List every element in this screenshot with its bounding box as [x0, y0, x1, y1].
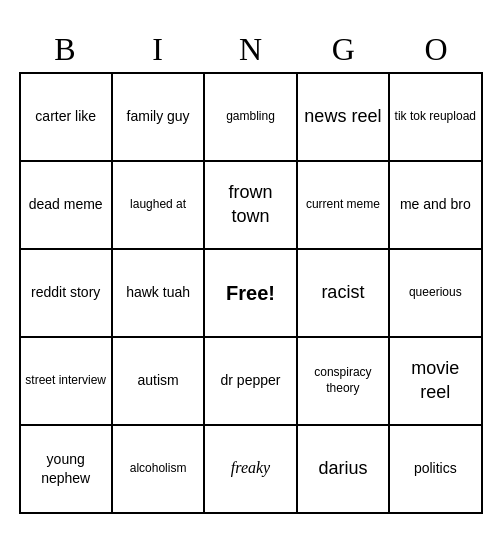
bingo-cell[interactable]: street interview	[21, 338, 113, 426]
letter-i: I	[114, 31, 202, 68]
bingo-cell[interactable]: dead meme	[21, 162, 113, 250]
bingo-cell[interactable]: conspiracy theory	[298, 338, 390, 426]
bingo-cell[interactable]: dr pepper	[205, 338, 297, 426]
bingo-cell[interactable]: reddit story	[21, 250, 113, 338]
bingo-cell[interactable]: me and bro	[390, 162, 482, 250]
letter-b: B	[21, 31, 109, 68]
letter-n: N	[206, 31, 294, 68]
bingo-title: B I N G O	[19, 31, 483, 68]
bingo-board: B I N G O carter likefamily guygamblingn…	[11, 23, 491, 522]
bingo-cell[interactable]: young nephew	[21, 426, 113, 514]
bingo-cell[interactable]: movie reel	[390, 338, 482, 426]
bingo-cell[interactable]: tik tok reupload	[390, 74, 482, 162]
bingo-cell[interactable]: Free!	[205, 250, 297, 338]
bingo-cell[interactable]: news reel	[298, 74, 390, 162]
bingo-cell[interactable]: laughed at	[113, 162, 205, 250]
bingo-cell[interactable]: carter like	[21, 74, 113, 162]
bingo-cell[interactable]: gambling	[205, 74, 297, 162]
bingo-cell[interactable]: current meme	[298, 162, 390, 250]
bingo-cell[interactable]: darius	[298, 426, 390, 514]
bingo-cell[interactable]: hawk tuah	[113, 250, 205, 338]
bingo-cell[interactable]: racist	[298, 250, 390, 338]
letter-o: O	[392, 31, 480, 68]
bingo-cell[interactable]: freaky	[205, 426, 297, 514]
bingo-cell[interactable]: autism	[113, 338, 205, 426]
bingo-cell[interactable]: queerious	[390, 250, 482, 338]
bingo-cell[interactable]: frown town	[205, 162, 297, 250]
bingo-grid: carter likefamily guygamblingnews reelti…	[19, 72, 483, 514]
bingo-cell[interactable]: politics	[390, 426, 482, 514]
bingo-cell[interactable]: family guy	[113, 74, 205, 162]
letter-g: G	[299, 31, 387, 68]
bingo-cell[interactable]: alcoholism	[113, 426, 205, 514]
